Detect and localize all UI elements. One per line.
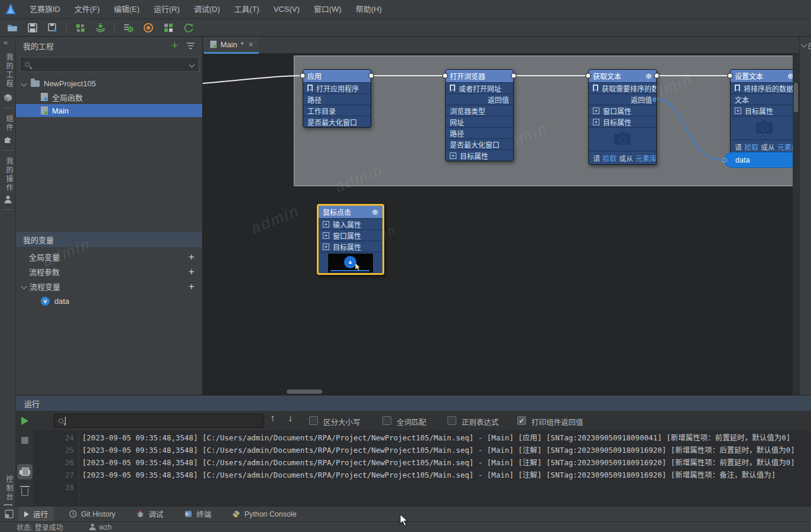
chevron-down-icon[interactable] (802, 42, 807, 48)
expand-plus-icon[interactable] (323, 232, 329, 239)
toolwindow-python-console[interactable]: Python Console (226, 507, 302, 522)
expand-plus-icon[interactable] (593, 119, 599, 125)
tree-item-main[interactable]: Main (16, 104, 203, 117)
node-row[interactable]: 是否最大化窗口 (446, 138, 513, 150)
filter-icon[interactable] (186, 41, 195, 50)
sync-icon[interactable] (183, 22, 194, 33)
node-row[interactable]: 网址 (446, 116, 513, 127)
stop-button[interactable] (21, 437, 28, 444)
output-port[interactable] (653, 98, 657, 102)
node-row-return[interactable]: 返回值 (446, 93, 513, 105)
variable-group-flow[interactable]: 流程变量 + (16, 279, 203, 294)
menu-tools[interactable]: 工具(T) (227, 0, 267, 19)
strip-tab-my-project[interactable]: 我的工程 (4, 53, 14, 89)
run-panel-title[interactable]: 运行 (24, 398, 40, 409)
node-row[interactable]: 将排序后的数据输 (731, 82, 798, 93)
collapsed-panel-label[interactable]: 日 (807, 41, 811, 51)
node-header[interactable]: 打开浏览器 (446, 70, 513, 82)
node-row-return[interactable]: 返回值 (589, 93, 656, 105)
project-search-input[interactable] (20, 57, 199, 72)
add-variable-icon[interactable]: + (189, 253, 194, 261)
canvas-horizontal-scrollbar[interactable] (203, 388, 799, 395)
pick-link[interactable]: 拾取 (602, 153, 617, 163)
add-variable-icon[interactable]: + (189, 283, 194, 291)
save-icon[interactable] (27, 22, 38, 33)
node-row[interactable]: 路径 (446, 127, 513, 138)
run-play-button[interactable] (21, 417, 28, 425)
regex-checkbox[interactable] (447, 416, 456, 425)
toolwindow-debug[interactable]: 调试 (131, 507, 169, 522)
node-row[interactable]: 输入属性 (319, 218, 382, 229)
node-row[interactable]: 是否最大化窗口 (303, 116, 371, 127)
canvas-vertical-scrollbar[interactable] (793, 54, 799, 395)
element-library-link[interactable]: 元素库 (635, 153, 657, 163)
flow-node-set-text[interactable]: 设置文本⊕ 将排序后的数据输 文本 目标属性 请拾取或从元素库拖放 (730, 69, 799, 154)
run-manager-icon[interactable] (123, 22, 134, 33)
variable-item-data[interactable]: V data (16, 294, 203, 309)
collapse-panel-icon[interactable]: « (4, 38, 8, 47)
node-row-snapshot[interactable] (589, 127, 656, 151)
strip-tab-my-actions[interactable]: 我的操作 (4, 157, 14, 193)
menu-window[interactable]: 窗口(W) (307, 0, 349, 19)
expand-plus-icon[interactable] (450, 153, 456, 159)
variable-pill-data[interactable]: data (724, 152, 797, 168)
variable-group-global[interactable]: 全局变量 + (16, 249, 203, 264)
components-icon[interactable] (75, 22, 86, 33)
crosshair-icon[interactable]: ⊕ (372, 208, 378, 216)
expander-chevron-icon[interactable] (21, 80, 27, 86)
expand-plus-icon[interactable] (323, 244, 329, 250)
node-row[interactable]: 目标属性 (589, 116, 656, 127)
tree-item-global-functions[interactable]: 全局函数 (16, 90, 203, 103)
menu-help[interactable]: 帮助(H) (349, 0, 389, 19)
crosshair-icon[interactable]: ⊕ (645, 72, 652, 80)
node-row[interactable]: 窗口属性 (589, 105, 656, 116)
find-next-button[interactable]: ↓ (288, 413, 293, 424)
find-previous-button[interactable]: ↑ (270, 413, 275, 424)
menu-vcs[interactable]: VCS(V) (267, 0, 307, 19)
flow-node-mouse-click[interactable]: 鼠标点击⊕ 输入属性 窗口属性 目标属性 ▲ (317, 204, 384, 275)
log-output[interactable]: 24[2023-09-05 09:35:48,3548] [C:/Users/a… (34, 430, 811, 507)
menu-run[interactable]: 运行(R) (147, 0, 187, 19)
flow-node-application[interactable]: 应用 打开应用程序 路径 工作目录 是否最大化窗口 (303, 69, 371, 128)
whole-word-checkbox[interactable] (382, 416, 391, 425)
log-search-input[interactable] (54, 414, 264, 428)
node-row[interactable]: 浏览器类型 (446, 105, 513, 116)
toolwindow-run[interactable]: 运行 (18, 507, 54, 522)
node-row-snapshot[interactable]: ▲ (319, 252, 382, 273)
node-header[interactable]: 应用 (303, 70, 371, 82)
flow-node-open-browser[interactable]: 打开浏览器 或者打开网址 返回值 浏览器类型 网址 路径 是否最大化窗口 目标属… (445, 69, 514, 161)
toolwindow-git-history[interactable]: Git History (63, 507, 121, 522)
expand-plus-icon[interactable] (735, 108, 741, 114)
plugins-icon[interactable] (163, 22, 174, 33)
variable-group-params[interactable]: 流程参数 + (16, 264, 203, 279)
match-case-checkbox[interactable] (309, 416, 318, 425)
node-row[interactable]: 或者打开网址 (446, 82, 513, 93)
node-row[interactable]: 打开应用程序 (303, 82, 371, 93)
flow-node-get-text[interactable]: 获取文本⊕ 获取需要排序的数据 返回值 窗口属性 目标属性 请拾取或从元素库拖放 (588, 69, 657, 165)
strip-tab-console[interactable]: 控制台 (4, 475, 14, 502)
node-row[interactable]: 目标属性 (731, 105, 798, 116)
chevron-down-icon[interactable] (189, 61, 195, 67)
node-row[interactable]: 目标属性 (319, 241, 382, 252)
tab-main[interactable]: Main * × (204, 37, 259, 54)
add-icon[interactable]: + (171, 41, 178, 50)
menu-edit[interactable]: 编辑(E) (107, 0, 147, 19)
expand-plus-icon[interactable] (593, 108, 599, 114)
node-row-snapshot[interactable] (731, 116, 798, 140)
menu-debug[interactable]: 调试(D) (187, 0, 227, 19)
print-return-value-checkbox[interactable]: ✓ (517, 416, 526, 425)
publish-icon[interactable] (95, 22, 106, 33)
menu-file[interactable]: 文件(F) (67, 0, 107, 19)
menu-app[interactable]: 艺赛旗ID (22, 0, 67, 19)
open-project-icon[interactable] (7, 22, 18, 33)
tool-window-switcher-icon[interactable] (5, 510, 14, 518)
flow-canvas[interactable]: admin admin admin admin admin 应用 打开应用程序 … (203, 54, 799, 395)
node-row[interactable]: 目标属性 (446, 150, 513, 161)
node-row[interactable]: 文本 (731, 93, 798, 105)
add-variable-icon[interactable]: + (189, 268, 194, 276)
node-header[interactable]: 鼠标点击⊕ (319, 206, 382, 218)
expander-chevron-icon[interactable] (21, 284, 27, 290)
save-as-icon[interactable] (47, 22, 58, 33)
scrollbar-thumb[interactable] (287, 390, 322, 394)
node-header[interactable]: 设置文本⊕ (731, 70, 798, 82)
